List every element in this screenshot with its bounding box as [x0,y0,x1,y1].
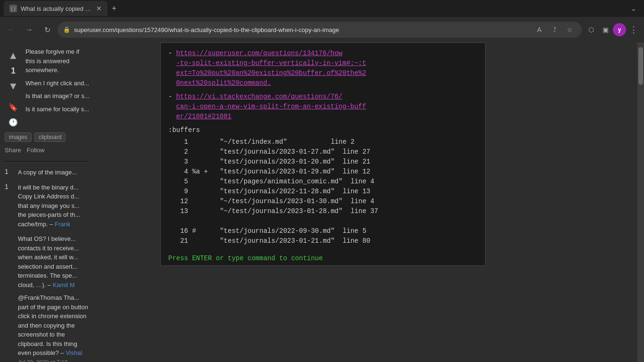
bookmark-button[interactable]: ☆ [563,23,576,36]
question-text-2: When I right click and... [25,79,90,88]
comment-author-kamil[interactable]: Kamil M [53,281,75,288]
bullet-2: - [168,92,172,122]
tab-favicon: { } [9,5,17,12]
vote-controls: ▲ 1 ▼ 🔖 🕐 [5,47,22,129]
share-page-button[interactable]: ⤴ [548,23,561,36]
share-link[interactable]: Share [5,147,21,154]
address-actions: A ⤴ ☆ [533,23,576,36]
history-icon[interactable]: 🕐 [7,115,20,129]
vote-count: 1 [11,66,16,76]
comment-author-vishal[interactable]: Vishal [66,349,82,356]
left-panel: ▲ 1 ▼ 🔖 🕐 Please forgive me if this is a… [0,42,94,362]
browser-chrome: { } What is actually copied to the c... … [0,0,644,42]
buffer-lines: 1 "~/test/index.md" line 2 2 "test/journ… [168,137,478,246]
tab-end-controls: ⌄ [627,2,640,15]
address-text: superuser.com/questions/1572490/what-is-… [74,26,529,33]
address-bar-row: ← → ↻ 🔒 superuser.com/questions/1572490/… [0,17,644,42]
code-overlay: - https://superuser.com/questions/134176… [160,42,486,266]
lock-icon: 🔒 [63,26,70,33]
tab-title: What is actually copied to the c... [21,5,92,12]
vote-up-button[interactable]: ▲ [5,47,22,64]
code-block: - https://superuser.com/questions/134176… [161,43,485,252]
comment-1: What OS? I believe... contacts it to rec… [18,234,90,289]
address-bar[interactable]: 🔒 superuser.com/questions/1572490/what-i… [58,22,582,38]
comment-date-vishal: Jul 29, 2020 at 7:18 [18,359,67,362]
comment-2: @FrankThomas Tha... part of the page on … [18,293,90,362]
buffers-label: :buffers [168,125,478,135]
share-follow-row: Share Follow [5,147,90,154]
extensions-button[interactable]: ⬡ [585,23,598,36]
question-text-4: Is it same for locally s... [25,105,90,114]
tags-row: images clipboard [5,132,90,142]
tab-close-button[interactable]: ✕ [96,5,102,12]
comment-text-1: What OS? I believe... contacts it to rec… [18,234,90,289]
bullet-1: - [168,49,172,88]
active-tab[interactable]: { } What is actually copied to the c... … [4,1,107,16]
tag-images[interactable]: images [5,132,32,142]
browser-menu-button[interactable]: ⋮ [627,23,640,36]
layout-button[interactable]: ▣ [599,23,612,36]
tab-bar: { } What is actually copied to the c... … [0,0,644,17]
answer-text-1: A copy of the image... [18,168,90,177]
refresh-button[interactable]: ↻ [40,22,55,37]
tab-list-button[interactable]: ⌄ [627,2,640,15]
question-text-3: Is that an image? or s... [25,91,90,101]
bookmark-icon[interactable]: 🔖 [7,100,20,114]
answer-item-1: 1 A copy of the image... [5,168,90,177]
code-link-1[interactable]: https://superuser.com/questions/134176/h… [176,49,366,88]
profile-button[interactable]: y [613,23,626,36]
question-text-1: Please forgive me if this is answered so… [25,47,90,75]
vote-down-button[interactable]: ▼ [5,78,22,95]
code-link-2[interactable]: https://vi.stackexchange.com/questions/7… [176,92,366,122]
follow-link[interactable]: Follow [27,147,45,154]
forward-button[interactable]: → [22,22,37,37]
answer-author-frank[interactable]: Frank [55,221,70,228]
browser-actions: ⬡ ▣ y ⋮ [585,23,640,36]
back-button[interactable]: ← [4,22,19,37]
comments-section: What OS? I believe... contacts it to rec… [5,234,90,362]
translate-button[interactable]: A [533,23,546,36]
comment-text-2: @FrankThomas Tha... part of the page on … [18,293,90,362]
answer-vote-2: 1 [5,183,14,229]
tag-clipboard[interactable]: clipboard [34,132,66,142]
enter-prompt: Press ENTER or type command to continue [161,252,485,265]
scrollbar-thumb[interactable] [638,47,643,85]
answer-text-2: it will be the binary d... Copy Link Add… [18,183,90,229]
new-tab-button[interactable]: + [107,2,121,15]
answer-item-2: 1 it will be the binary d... Copy Link A… [5,183,90,229]
answer-vote-1: 1 [5,168,14,177]
scrollbar[interactable] [637,42,644,362]
answers-section: 1 A copy of the image... 1 it will be th… [5,168,90,229]
